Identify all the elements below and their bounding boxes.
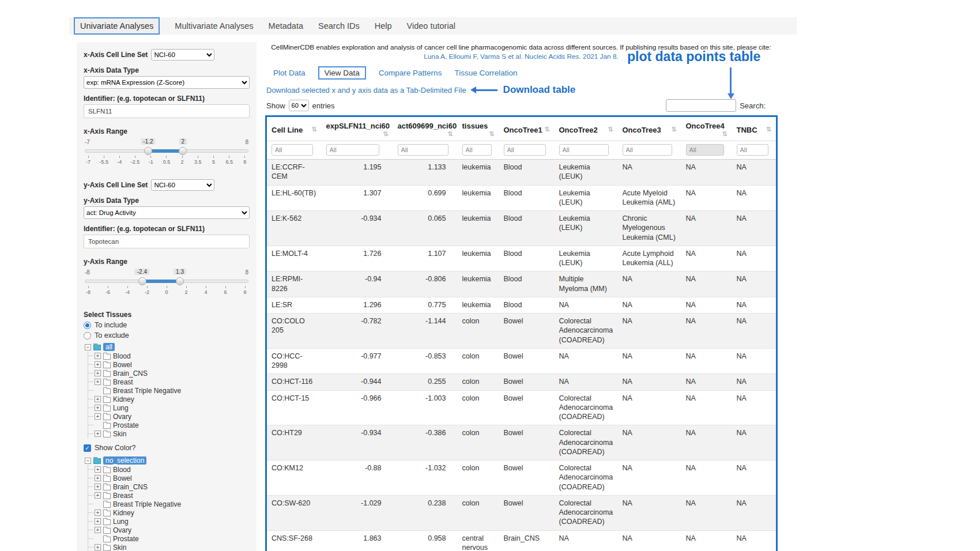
tab-view-data[interactable]: View Data (318, 66, 366, 80)
table-row[interactable]: CO:HCT-116 -0.944 0.255 colon Bowel NA N… (266, 374, 777, 390)
collapse-icon[interactable]: − (85, 458, 91, 464)
sort-icon[interactable]: ⇅ (722, 130, 727, 138)
tree-item[interactable]: + Breast (88, 378, 250, 386)
table-row[interactable]: LE:MOLT-4 1.726 1.107 leukemia Blood Leu… (266, 246, 777, 271)
tree-item[interactable]: + Breast (88, 491, 250, 500)
table-row[interactable]: CO:HCT-15 -0.966 -1.003 colon Bowel Colo… (266, 390, 777, 425)
expand-icon[interactable] (95, 501, 101, 507)
expand-icon[interactable] (95, 422, 101, 428)
radio-selected-icon[interactable] (84, 322, 91, 329)
filter-input-oncotree3[interactable] (623, 144, 672, 156)
column-header-oncotree3[interactable]: OncoTree3⇅ (618, 116, 681, 141)
sort-icon[interactable]: ⇅ (671, 126, 676, 133)
tree-item[interactable]: + Blood (88, 465, 250, 474)
y-slider-track[interactable] (85, 280, 248, 283)
sort-icon[interactable]: ⇅ (544, 126, 549, 133)
expand-icon[interactable]: + (95, 518, 101, 524)
column-header-oncotree4[interactable]: OncoTree4⇅ (681, 116, 732, 141)
filter-input-tnbc[interactable] (737, 144, 769, 156)
x-axis-range-slider[interactable]: -7 -1.2 2 8 -7 -5.5 -4 (85, 139, 248, 169)
table-row[interactable]: CNS:SF-268 1.863 0.958 central nervous s… (266, 530, 777, 551)
expand-icon[interactable]: + (95, 510, 101, 516)
tree-item[interactable]: + Brain_CNS (88, 482, 250, 491)
tree-item[interactable]: + Skin (88, 429, 250, 438)
to-include-option[interactable]: To include (84, 321, 250, 329)
tree-item[interactable]: + Ovary (88, 526, 250, 534)
nav-tab-search-ids[interactable]: Search IDs (318, 21, 360, 31)
expand-icon[interactable]: + (95, 361, 101, 368)
column-header-cell-line[interactable]: Cell Line⇅ (266, 116, 322, 141)
table-row[interactable]: CO:HT29 -0.934 -0.386 colon Bowel Colore… (266, 425, 777, 461)
column-header-tissues[interactable]: tissues⇅ (458, 116, 499, 141)
filter-input-expslfn11[interactable] (326, 144, 379, 156)
nav-tab-multivariate-analyses[interactable]: Multivariate Analyses (175, 21, 253, 31)
column-header-tnbc[interactable]: TNBC⇅ (732, 116, 777, 141)
filter-input-oncotree4[interactable] (686, 144, 724, 156)
x-axis-cell-line-set-select[interactable]: NCI-60 (151, 49, 214, 61)
column-header-act609699-nci60[interactable]: act609699_nci60⇅ (393, 116, 458, 141)
tree-item[interactable]: Prostate (88, 421, 250, 429)
table-row[interactable]: CO:HCC-2998 -0.977 -0.853 colon Bowel NA… (266, 348, 777, 374)
x-slider-handle-high[interactable] (179, 147, 187, 155)
expand-icon[interactable]: + (95, 405, 101, 411)
expand-icon[interactable]: + (95, 492, 101, 499)
x-slider-track[interactable] (85, 149, 248, 153)
tree-item[interactable]: + Kidney (88, 508, 250, 517)
table-row[interactable]: LE:SR 1.296 0.775 leukemia Blood NA NA N… (266, 297, 777, 313)
collapse-icon[interactable]: − (85, 344, 91, 350)
checkbox-checked-icon[interactable]: ✓ (84, 444, 91, 452)
filter-input-oncotree2[interactable] (559, 144, 609, 156)
y-axis-range-slider[interactable]: -8 -2.4 1.3 8 -8 -6 -4 (85, 269, 248, 299)
expand-icon[interactable]: + (95, 466, 101, 473)
tab-plot-data[interactable]: Plot Data (273, 69, 306, 77)
expand-icon[interactable]: + (95, 379, 101, 385)
nav-tab-univariate-analyses[interactable]: Univariate Analyses (74, 17, 160, 35)
table-row[interactable]: CO:SW-620 -1.029 0.238 colon Bowel Color… (266, 495, 777, 530)
expand-icon[interactable]: + (95, 527, 101, 533)
sort-icon[interactable]: ⇅ (447, 130, 453, 138)
tree-item[interactable]: + Blood (88, 352, 250, 360)
expand-icon[interactable]: + (95, 396, 101, 402)
x-axis-data-type-select[interactable]: exp: mRNA Expression (Z-Score) (84, 76, 250, 89)
sort-icon[interactable]: ⇅ (608, 126, 613, 133)
y-axis-identifier-input[interactable] (84, 235, 250, 248)
sort-icon[interactable]: ⇅ (489, 130, 494, 138)
y-slider-handle-low[interactable] (138, 277, 146, 285)
entries-select[interactable]: 60 (289, 100, 309, 111)
column-header-expslfn11-nci60[interactable]: expSLFN11_nci60⇅ (322, 116, 393, 141)
y-axis-cell-line-set-select[interactable]: NCI-60 (151, 179, 214, 191)
tree-root-all[interactable]: − all (85, 343, 250, 351)
expand-icon[interactable]: + (95, 413, 101, 420)
nav-tab-help[interactable]: Help (375, 21, 392, 31)
expand-icon[interactable]: + (95, 484, 101, 490)
tree-item[interactable]: + Ovary (88, 412, 250, 421)
search-input[interactable] (666, 99, 736, 112)
tree-item[interactable]: Prostate (88, 534, 250, 543)
filter-input-tissues[interactable] (462, 144, 492, 156)
table-row[interactable]: LE:K-562 -0.934 0.065 leukemia Blood Leu… (266, 211, 777, 246)
download-link[interactable]: Download selected x and y axis data as a… (266, 86, 466, 95)
expand-icon[interactable] (95, 387, 101, 394)
y-slider-handle-high[interactable] (176, 277, 184, 285)
sort-icon[interactable]: ⇅ (383, 130, 388, 138)
nav-tab-metadata[interactable]: Metadata (269, 21, 303, 31)
tree-root-no-selection[interactable]: − no_selection (85, 456, 250, 465)
to-exclude-option[interactable]: To exclude (84, 331, 250, 339)
tree-item[interactable]: + Skin (88, 543, 250, 551)
table-row[interactable]: LE:CCRF-CEM 1.195 1.133 leukemia Blood L… (266, 160, 777, 186)
filter-input-act609699[interactable] (398, 144, 448, 156)
column-header-oncotree2[interactable]: OncoTree2⇅ (555, 116, 618, 141)
tree-item[interactable]: + Lung (88, 517, 250, 526)
filter-input-cell-line[interactable] (272, 144, 313, 156)
tree-item[interactable]: + Kidney (88, 395, 250, 403)
expand-icon[interactable]: + (95, 475, 101, 481)
tree-item[interactable]: + Brain_CNS (88, 369, 250, 378)
tree-item[interactable]: + Bowel (88, 360, 250, 369)
filter-input-oncotree1[interactable] (504, 144, 546, 156)
nav-tab-video-tutorial[interactable]: Video tutorial (407, 21, 455, 31)
sort-icon[interactable]: ⇅ (311, 126, 316, 133)
expand-icon[interactable]: + (95, 431, 101, 437)
tree-item[interactable]: + Bowel (88, 474, 250, 482)
show-color-option[interactable]: ✓ Show Color? (84, 444, 250, 452)
sort-icon[interactable]: ⇅ (766, 126, 771, 133)
